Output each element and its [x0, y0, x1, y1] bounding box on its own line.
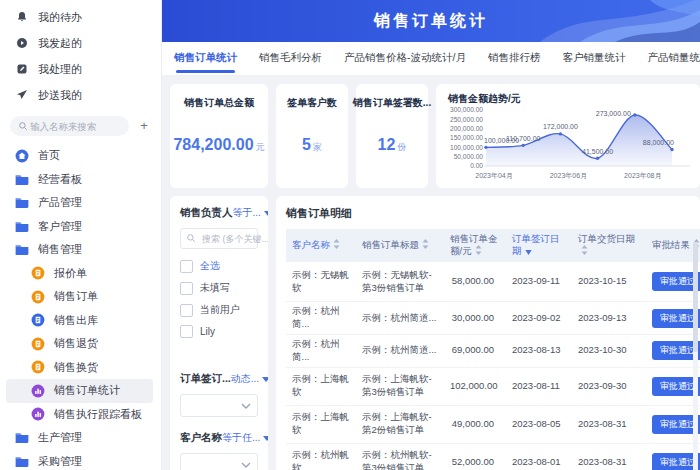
doc-circle-icon [30, 290, 46, 304]
cell-customer: 示例：上海帆软 [286, 367, 356, 405]
cell-amount: 69,000.00 [444, 334, 506, 367]
svg-text:200,000.00: 200,000.00 [450, 125, 483, 132]
sort-icon[interactable] [422, 239, 429, 252]
svg-text:2023年08月: 2023年08月 [624, 172, 661, 180]
cell-approval: 审批通过 [646, 443, 700, 470]
cell-customer: 示例：无锡帆软 [286, 262, 356, 302]
search-icon [18, 117, 28, 135]
sidebar-menu: 首页经营看板产品管理客户管理销售管理报价单销售订单销售出库销售退货销售换货销售订… [0, 144, 161, 470]
sort-icon[interactable] [475, 245, 482, 258]
tab-price-fluctuation[interactable]: 产品销售价格-波动统计/月 [344, 42, 466, 76]
checkbox[interactable] [180, 282, 193, 295]
table-title: 销售订单明细 [286, 206, 700, 221]
stat-unit: 元 [256, 142, 265, 152]
filter-owner-operator[interactable]: 等于... [233, 206, 269, 220]
filter-customer-operator[interactable]: 等于任... [222, 431, 268, 445]
cell-amount: 49,000.00 [444, 405, 506, 443]
column-header-deliver-date[interactable]: 订单交货日期 [572, 229, 646, 262]
tab-bar: 销售订单统计销售毛利分析产品销售价格-波动统计/月销售排行榜客户销量统计产品销量… [162, 42, 700, 76]
tab-gross-profit[interactable]: 销售毛利分析 [259, 42, 322, 76]
filter-sign-date-operator[interactable]: 动态... [231, 372, 268, 386]
sidebar-item-home[interactable]: 首页 [6, 144, 153, 168]
sidebar-item-sales-outbound[interactable]: 销售出库 [6, 309, 153, 333]
cell-sign-date: 2023-08-05 [506, 405, 572, 443]
sidebar-item-sales-exchange[interactable]: 销售换货 [6, 356, 153, 380]
sidebar-item-sales-order[interactable]: 销售订单 [6, 285, 153, 309]
table-row[interactable]: 示例：上海帆软示例：上海帆软-第2份销售订单49,000.002023-08-0… [286, 405, 700, 443]
cell-deliver-date: 2023-10-15 [572, 262, 646, 302]
stat-label: 销售订单总金额 [184, 96, 254, 110]
sidebar-item-my-initiated[interactable]: 我发起的 [0, 30, 161, 56]
stat-value: 12份 [378, 136, 407, 154]
tab-order-stats[interactable]: 销售订单统计 [174, 42, 237, 76]
sidebar-item-customer-mgmt[interactable]: 客户管理 [6, 215, 153, 239]
filter-sign-date-select[interactable] [180, 394, 258, 417]
sales-trend-chart-card: 销售金额趋势/元 300,000.00250,000.00200,000.001… [436, 84, 700, 188]
sidebar-item-my-processed[interactable]: 我处理的 [0, 56, 161, 82]
sidebar-item-cc-to-me[interactable]: 抄送我的 [0, 82, 161, 108]
sidebar-item-sales-return[interactable]: 销售退货 [6, 332, 153, 356]
scrollbar-thumb[interactable] [693, 242, 698, 352]
checkbox[interactable] [180, 260, 193, 273]
column-header-amount[interactable]: 销售订单金额/元 [444, 229, 506, 262]
cell-order-title: 示例：上海帆软-第2份销售订单 [356, 405, 444, 443]
column-header-sign-date[interactable]: 订单签订日期 [506, 229, 572, 262]
filter-owner-search[interactable] [180, 228, 258, 249]
cell-amount: 30,000.00 [444, 302, 506, 335]
svg-text:2023年06月: 2023年06月 [550, 172, 587, 180]
svg-text:110,700.00: 110,700.00 [506, 135, 541, 142]
sort-desc-icon[interactable] [525, 246, 532, 258]
cell-deliver-date: 2023-09-13 [572, 302, 646, 335]
sidebar-item-my-todo[interactable]: 我的待办 [0, 4, 161, 30]
filter-option-select-all[interactable]: 全选 [180, 259, 258, 273]
sidebar-item-sales-order-stats[interactable]: 销售订单统计 [6, 379, 153, 403]
tab-product-sales[interactable]: 产品销量统计 [647, 42, 700, 76]
cell-sign-date: 2023-09-11 [506, 262, 572, 302]
add-button[interactable]: + [135, 117, 153, 135]
sort-icon[interactable] [333, 239, 340, 252]
cell-order-title: 示例：杭州简道... [356, 302, 444, 335]
checkbox[interactable] [180, 304, 193, 317]
content-area: 销售订单总金额 784,200.00元签单客户数 5家销售订单签署数... 12… [162, 76, 700, 470]
folder-icon [14, 456, 30, 467]
filter-option-lily[interactable]: Lily [180, 325, 258, 338]
sidebar-item-production-mgmt[interactable]: 生产管理 [6, 426, 153, 450]
caret-down-icon [263, 436, 268, 441]
sidebar-item-product-mgmt[interactable]: 产品管理 [6, 191, 153, 215]
table-row[interactable]: 示例：杭州简...示例：杭州简道...69,000.002023-08-1320… [286, 334, 700, 367]
stat-unit: 份 [397, 142, 406, 152]
svg-text:300,000.00: 300,000.00 [450, 106, 483, 113]
cell-deliver-date: 2023-08-31 [572, 405, 646, 443]
filter-owner-label: 销售负责人 [180, 206, 233, 220]
sidebar-search-input[interactable] [28, 120, 118, 133]
tab-customer-sales[interactable]: 客户销量统计 [562, 42, 625, 76]
search-icon [186, 233, 196, 245]
column-header-customer[interactable]: 客户名称 [286, 229, 356, 262]
checkbox[interactable] [180, 325, 193, 338]
table-row[interactable]: 示例：无锡帆软示例：无锡帆软-第3份销售订单58,000.002023-09-1… [286, 262, 700, 302]
sidebar-search-row: + [10, 116, 153, 136]
cell-approval: 审批通过 [646, 405, 700, 443]
sidebar-item-purchase-mgmt[interactable]: 采购管理 [6, 450, 153, 470]
sidebar-search-box[interactable] [10, 116, 129, 136]
sidebar-item-sales-mgmt[interactable]: 销售管理 [6, 238, 153, 262]
column-header-approval[interactable]: 审批结果 [646, 229, 700, 262]
filter-owner-search-input[interactable] [200, 233, 268, 245]
chevron-down-icon [241, 462, 251, 468]
sort-icon[interactable] [581, 245, 588, 258]
sidebar-item-quotation[interactable]: 报价单 [6, 262, 153, 286]
sidebar-item-business-dashboard[interactable]: 经营看板 [6, 168, 153, 192]
filter-customer-label: 客户名称 [180, 431, 222, 445]
doc-circle-icon [30, 337, 46, 351]
table-row[interactable]: 示例：杭州帆软示例：杭州帆软-第3份销售订单52,000.002023-08-0… [286, 443, 700, 470]
filter-option-current-user[interactable]: 当前用户 [180, 303, 258, 317]
column-header-order-title[interactable]: 销售订单标题 [356, 229, 444, 262]
table-row[interactable]: 示例：杭州简...示例：杭州简道...30,000.002023-09-0220… [286, 302, 700, 335]
sidebar-item-sales-tracking-board[interactable]: 销售执行跟踪看板 [6, 403, 153, 427]
tab-sales-ranking[interactable]: 销售排行榜 [488, 42, 541, 76]
filter-customer-select[interactable] [180, 453, 258, 470]
caret-down-icon [264, 211, 268, 216]
doc-circle-icon [30, 360, 46, 374]
filter-option-not-filled[interactable]: 未填写 [180, 281, 258, 295]
table-row[interactable]: 示例：上海帆软示例：上海帆软-第3份销售订单102,000.002023-08-… [286, 367, 700, 405]
